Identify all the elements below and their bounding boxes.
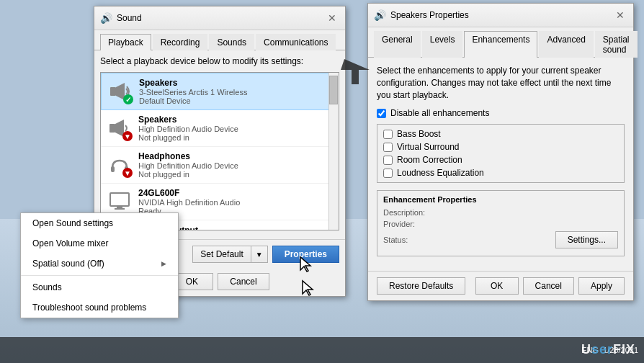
enhancement-properties: Enhancement Properties Description: Prov… (377, 190, 625, 256)
ctx-troubleshoot[interactable]: Troubleshoot sound problems (21, 297, 178, 318)
sound-title-left: 🔊 Sound (100, 12, 142, 24)
props-description-row: Description: (383, 208, 618, 217)
restore-defaults-button[interactable]: Restore Defaults (377, 277, 465, 295)
device-name-4: 24GL600F (138, 188, 333, 198)
svg-rect-0 (110, 87, 116, 96)
scrollbar-track[interactable] (328, 73, 339, 230)
tab-sounds[interactable]: Sounds (209, 34, 254, 50)
device-desc-2: High Definition Audio Device (138, 125, 333, 133)
status-label: Status: (383, 236, 426, 244)
device-info-2: Speakers High Definition Audio Device No… (138, 115, 333, 142)
speakers-footer-right: OK Cancel Apply (475, 277, 625, 295)
watermark-text: UserFIX (581, 342, 635, 357)
status-badge-red1: ▼ (122, 131, 133, 141)
taskbar: ENG 1/28/2021 (0, 337, 644, 363)
speakers-ok-button[interactable]: OK (475, 277, 519, 295)
disable-all-row: Disable all enhancements (377, 108, 625, 118)
device-item[interactable]: ✓ Speakers 3-SteelSeries Arctis 1 Wirele… (101, 73, 339, 110)
ctx-open-sound-settings[interactable]: Open Sound settings (21, 213, 178, 233)
tab-playback[interactable]: Playback (100, 34, 151, 50)
tab-enhancements[interactable]: Enhancements (464, 31, 537, 58)
device-desc-1: 3-SteelSeries Arctis 1 Wireless (139, 88, 332, 97)
context-menu: Open Sound settings Open Volume mixer Sp… (20, 212, 179, 318)
set-default-dropdown[interactable]: ▼ (251, 246, 268, 263)
device-item[interactable]: ▼ Speakers High Definition Audio Device … (101, 110, 339, 147)
sound-icon: 🔊 (100, 12, 112, 24)
device-name-2: Speakers (138, 115, 333, 125)
enhancements-list: Bass Boost Virtual Surround Room Correct… (377, 124, 625, 183)
device-list: ✓ Speakers 3-SteelSeries Arctis 1 Wirele… (100, 72, 339, 230)
virtual-surround-checkbox[interactable] (383, 143, 393, 152)
sound-instruction: Select a playback device below to modify… (100, 56, 339, 66)
device-icon-speaker1: ✓ (107, 79, 133, 104)
tab-levels[interactable]: Levels (422, 31, 463, 58)
sound-cancel-button[interactable]: Cancel (218, 273, 269, 290)
device-info-3: Headphones High Definition Audio Device … (138, 151, 333, 179)
svg-rect-2 (109, 124, 115, 133)
tab-general[interactable]: General (374, 31, 421, 58)
ctx-divider (21, 275, 178, 276)
tab-communications[interactable]: Communications (256, 34, 336, 50)
tab-recording[interactable]: Recording (153, 34, 208, 50)
virtual-surround-label: Virtual Surround (397, 142, 460, 152)
set-default-button[interactable]: Set Default (192, 246, 250, 263)
enhancement-item-bass: Bass Boost (383, 127, 618, 140)
disable-all-checkbox[interactable] (377, 109, 386, 118)
sound-content: Select a playback device below to modify… (94, 50, 345, 236)
speakers-cancel-button[interactable]: Cancel (523, 277, 574, 295)
device-icon-speaker2: ▼ (107, 115, 133, 141)
status-badge-green: ✓ (123, 94, 133, 104)
sound-close-button[interactable]: ✕ (325, 11, 339, 25)
sound-title: Sound (117, 13, 142, 23)
speakers-footer: Restore Defaults OK Cancel Apply (368, 271, 633, 300)
device-item[interactable]: ▼ Headphones High Definition Audio Devic… (101, 147, 339, 184)
props-status-row: Status: Settings... (383, 231, 618, 248)
device-icon-headphones: ▼ (107, 152, 133, 178)
status-badge-red2: ▼ (122, 168, 133, 178)
sound-titlebar: 🔊 Sound ✕ (94, 6, 345, 30)
speakers-apply-button[interactable]: Apply (578, 277, 625, 295)
room-correction-label: Room Correction (397, 155, 462, 165)
device-info-1: Speakers 3-SteelSeries Arctis 1 Wireless… (139, 78, 332, 105)
description-label: Description: (383, 208, 426, 217)
sound-tabs: Playback Recording Sounds Communications (94, 30, 345, 50)
tab-advanced[interactable]: Advanced (539, 31, 593, 58)
svg-marker-11 (341, 59, 370, 84)
arrow-annotation (337, 52, 373, 88)
device-name-3: Headphones (138, 151, 333, 161)
svg-rect-7 (117, 206, 122, 208)
ctx-spatial-sound[interactable]: Spatial sound (Off) (21, 254, 178, 274)
props-provider-row: Provider: (383, 220, 618, 228)
bass-boost-label: Bass Boost (397, 129, 441, 139)
tab-spatial-sound[interactable]: Spatial sound (595, 31, 638, 58)
settings-button[interactable]: Settings... (555, 231, 618, 248)
svg-rect-4 (111, 166, 115, 172)
svg-rect-6 (110, 193, 129, 206)
disable-all-label: Disable all enhancements (390, 108, 489, 118)
enhancement-props-title: Enhancement Properties (383, 195, 618, 204)
device-desc-3: High Definition Audio Device (138, 161, 333, 170)
room-correction-checkbox[interactable] (383, 156, 393, 165)
enhancement-item-virtual: Virtual Surround (383, 140, 618, 153)
speakers-icon: 🔊 (374, 9, 386, 21)
device-name-1: Speakers (139, 78, 332, 88)
speakers-title-left: 🔊 Speakers Properties (374, 9, 469, 21)
ctx-sounds[interactable]: Sounds (21, 277, 178, 297)
device-icon-monitor1 (107, 189, 133, 215)
ctx-open-volume-mixer[interactable]: Open Volume mixer (21, 233, 178, 254)
device-info-4: 24GL600F NVIDIA High Definition Audio Re… (138, 188, 333, 215)
watermark: UserFIX (581, 342, 635, 357)
device-desc-4: NVIDIA High Definition Audio (138, 198, 333, 207)
enhancement-item-room: Room Correction (383, 153, 618, 166)
bass-boost-checkbox[interactable] (383, 130, 393, 139)
speakers-close-button[interactable]: ✕ (613, 8, 627, 22)
properties-button[interactable]: Properties (272, 246, 339, 263)
set-default-btn-group: Set Default ▼ (192, 246, 267, 263)
speakers-titlebar: 🔊 Speakers Properties ✕ (368, 4, 633, 27)
svg-rect-8 (115, 208, 125, 210)
provider-label: Provider: (383, 220, 426, 228)
loudness-equalization-checkbox[interactable] (383, 169, 393, 178)
enhancement-item-loudness: Loudness Equalization (383, 166, 618, 179)
speakers-content: Select the enhancements to apply for you… (368, 58, 633, 271)
device-status-3: Not plugged in (138, 170, 333, 179)
